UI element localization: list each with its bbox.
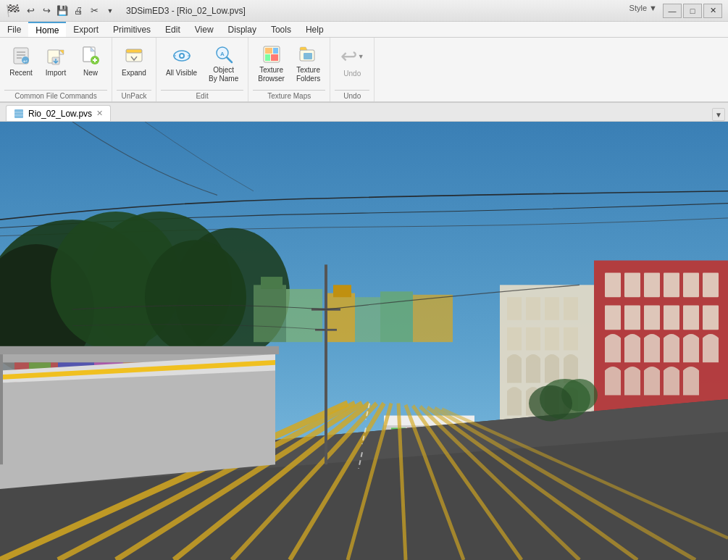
- recent-button[interactable]: ↩ Recent: [4, 41, 38, 87]
- ribbon-group-unpack: Expand UnPack: [112, 38, 156, 101]
- app-icon: 🏁: [6, 4, 20, 17]
- tab-rio[interactable]: Rio_02_Low.pvs ✕: [6, 105, 111, 121]
- viewport-area[interactable]: [0, 122, 728, 560]
- svg-rect-75: [683, 305, 699, 330]
- tab-rio-close[interactable]: ✕: [96, 109, 103, 117]
- svg-rect-49: [380, 291, 413, 342]
- svg-line-24: [227, 57, 232, 62]
- menu-home[interactable]: Home: [28, 22, 66, 37]
- tab-nav-arrow[interactable]: ▼: [712, 108, 725, 121]
- undo-label: Undo: [343, 70, 361, 78]
- svg-rect-74: [664, 305, 679, 330]
- import-label: Import: [46, 69, 66, 78]
- menu-export[interactable]: Export: [66, 22, 106, 37]
- svg-rect-17: [126, 49, 142, 53]
- svg-rect-85: [564, 327, 578, 351]
- svg-rect-47: [333, 285, 351, 297]
- svg-rect-32: [304, 53, 312, 59]
- import-icon: [44, 44, 67, 67]
- quick-save[interactable]: 💾: [55, 4, 70, 18]
- menu-bar: File Home Export Primitives Edit View Di…: [0, 22, 728, 38]
- ribbon-group-texture-buttons: TextureBrowser TextureFolders: [253, 41, 325, 88]
- quick-dropdown[interactable]: ▼: [103, 4, 117, 18]
- svg-rect-66: [624, 272, 640, 297]
- ribbon-group-edit-buttons: All Visible A ObjectBy Name: [161, 41, 243, 88]
- svg-text:↩: ↩: [23, 59, 28, 64]
- tab-strip: Rio_02_Low.pvs ✕ ▼: [0, 103, 728, 122]
- undo-button[interactable]: ↩ ▼ Undo: [335, 41, 369, 87]
- recent-icon: ↩: [9, 44, 33, 67]
- svg-rect-68: [664, 272, 679, 297]
- svg-marker-7: [59, 50, 64, 54]
- svg-rect-43: [254, 285, 286, 342]
- svg-point-124: [529, 385, 572, 422]
- quick-access-toolbar: ↩ ↪ 💾 🖨 ✂ ▼: [23, 4, 117, 18]
- svg-rect-73: [644, 305, 660, 330]
- texture-browser-label: TextureBrowser: [258, 66, 285, 83]
- title-bar-left: 🏁 ↩ ↪ 💾 🖨 ✂ ▼ 3DSimED3 - [Rio_02_Low.pvs…: [6, 4, 246, 18]
- close-button[interactable]: ✕: [703, 4, 722, 18]
- menu-display[interactable]: Display: [221, 22, 264, 37]
- texture-folders-button[interactable]: TextureFolders: [291, 41, 325, 87]
- tab-rio-icon: [14, 109, 24, 119]
- maximize-button[interactable]: □: [683, 4, 702, 18]
- object-by-name-button[interactable]: A ObjectBy Name: [204, 41, 243, 87]
- window-title: 3DSimED3 - [Rio_02_Low.pvs]: [126, 6, 246, 16]
- texture-browser-button[interactable]: TextureBrowser: [253, 41, 290, 87]
- expand-button[interactable]: Expand: [117, 41, 151, 87]
- svg-rect-76: [703, 305, 719, 330]
- minimize-button[interactable]: —: [663, 4, 682, 18]
- quick-print[interactable]: 🖨: [71, 4, 85, 18]
- object-by-name-icon: A: [212, 44, 235, 64]
- svg-rect-84: [545, 327, 559, 351]
- svg-rect-44: [261, 277, 283, 289]
- ribbon-group-undo: ↩ ▼ Undo Undo: [330, 38, 375, 101]
- texture-maps-label: Texture Maps: [253, 90, 325, 100]
- svg-rect-71: [605, 305, 621, 330]
- svg-rect-30: [271, 54, 278, 61]
- svg-rect-121: [0, 346, 279, 354]
- tab-strip-right: ▼: [712, 108, 725, 121]
- window-controls: Style ▼ — □ ✕: [629, 4, 722, 18]
- menu-help[interactable]: Help: [298, 22, 331, 37]
- menu-edit[interactable]: Edit: [158, 22, 188, 37]
- svg-rect-80: [545, 297, 559, 320]
- main-layout: [0, 122, 728, 560]
- menu-tools[interactable]: Tools: [264, 22, 298, 37]
- menu-primitives[interactable]: Primitives: [106, 22, 158, 37]
- texture-browser-icon: [260, 44, 283, 64]
- all-visible-icon: [170, 44, 193, 67]
- svg-rect-81: [564, 297, 578, 320]
- ribbon-group-file: ↩ Recent Import: [0, 38, 112, 101]
- expand-label: Expand: [122, 69, 146, 78]
- undo-dropdown-icon[interactable]: ▼: [358, 53, 364, 60]
- svg-rect-50: [413, 295, 453, 342]
- svg-point-42: [145, 240, 246, 354]
- quick-forward[interactable]: ↪: [39, 4, 54, 18]
- svg-rect-33: [14, 109, 23, 118]
- svg-text:A: A: [220, 51, 225, 57]
- new-icon: [79, 44, 102, 67]
- new-button[interactable]: New: [74, 41, 107, 87]
- svg-rect-45: [286, 289, 322, 342]
- undo-icon-row: ↩ ▼: [340, 44, 364, 68]
- svg-rect-29: [265, 54, 270, 61]
- svg-rect-72: [624, 305, 640, 330]
- ribbon-group-undo-buttons: ↩ ▼ Undo: [335, 41, 369, 88]
- svg-rect-83: [526, 327, 540, 351]
- import-button[interactable]: Import: [39, 41, 72, 87]
- svg-rect-78: [507, 297, 522, 320]
- ribbon-group-file-buttons: ↩ Recent Import: [4, 41, 107, 88]
- viewport-scene[interactable]: [0, 122, 728, 560]
- ribbon-group-unpack-buttons: Expand: [117, 41, 151, 88]
- all-visible-button[interactable]: All Visible: [161, 41, 202, 87]
- menu-view[interactable]: View: [188, 22, 221, 37]
- edit-label: Edit: [161, 90, 243, 100]
- menu-file[interactable]: File: [0, 22, 28, 37]
- style-label: Style ▼: [629, 4, 657, 18]
- ribbon-group-edit: All Visible A ObjectBy Name Edit: [156, 38, 248, 101]
- quick-cut[interactable]: ✂: [87, 4, 101, 18]
- new-label: New: [83, 69, 98, 78]
- quick-back[interactable]: ↩: [23, 4, 38, 18]
- svg-rect-69: [683, 272, 699, 297]
